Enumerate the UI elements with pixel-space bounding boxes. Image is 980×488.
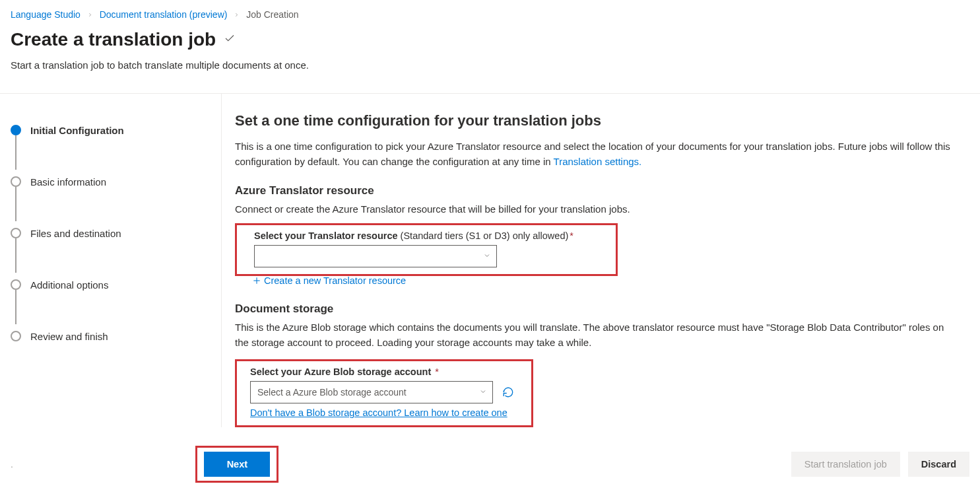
step-dot-icon (11, 331, 21, 341)
step-connector (15, 187, 16, 221)
storage-description: This is the Azure Blob storage which con… (235, 320, 948, 351)
step-connector (15, 135, 16, 170)
link-text: Create a new Translator resource (264, 275, 406, 286)
step-basic-information[interactable]: Basic information (11, 169, 211, 194)
learn-create-storage-link[interactable]: Don't have a Blob storage account? Learn… (250, 407, 507, 418)
step-review-and-finish[interactable]: Review and finish (11, 324, 211, 349)
chevron-right-icon (87, 9, 93, 20)
required-asterisk: * (570, 230, 573, 241)
storage-heading: Document storage (235, 302, 967, 316)
translator-heading: Azure Translator resource (235, 184, 967, 197)
chevron-right-icon (234, 9, 240, 20)
breadcrumb-link-document-translation[interactable]: Document translation (preview) (100, 9, 228, 20)
step-label: Initial Configuration (30, 125, 124, 136)
section-description: This is a one time configuration to pick… (235, 139, 967, 170)
wizard-stepper: Initial Configuration Basic information … (0, 94, 221, 427)
next-button-highlight: Next (195, 446, 278, 483)
translation-settings-link[interactable]: Translation settings. (554, 156, 642, 167)
page-title: Create a translation job (11, 29, 216, 50)
required-asterisk: * (432, 366, 439, 377)
start-translation-job-button: Start translation job (791, 452, 900, 477)
dot: . (11, 459, 13, 470)
breadcrumb: Language Studio Document translation (pr… (0, 0, 980, 26)
main-content: Set a one time configuration for your tr… (221, 94, 980, 427)
storage-account-field-group: Select your Azure Blob storage account *… (235, 359, 533, 427)
step-dot-icon (11, 125, 21, 135)
chevron-down-icon (483, 251, 491, 261)
step-label: Files and destination (30, 228, 121, 239)
step-files-and-destination[interactable]: Files and destination (11, 221, 211, 246)
translator-field-label: Select your Translator resource (Standar… (254, 230, 609, 241)
section-title: Set a one time configuration for your tr… (235, 112, 967, 129)
step-label: Additional options (30, 279, 108, 291)
storage-field-label: Select your Azure Blob storage account * (250, 366, 525, 377)
step-label: Review and finish (30, 331, 108, 342)
wizard-footer: . Next Start translation job Discard (0, 446, 980, 483)
refresh-icon (502, 386, 514, 398)
checkmark-icon (224, 32, 236, 47)
page-header: Create a translation job Start a transla… (0, 26, 980, 81)
plus-icon (252, 276, 261, 285)
step-dot-icon (11, 279, 21, 290)
discard-button[interactable]: Discard (908, 452, 969, 477)
translator-resource-select[interactable] (254, 245, 497, 267)
create-translator-resource-link[interactable]: Create a new Translator resource (252, 275, 406, 286)
translator-description: Connect or create the Azure Translator r… (235, 201, 967, 217)
breadcrumb-link-language-studio[interactable]: Language Studio (11, 9, 81, 20)
step-dot-icon (11, 228, 21, 238)
refresh-button[interactable] (502, 386, 514, 398)
chevron-down-icon (479, 387, 487, 398)
label-rest: (Standard tiers (S1 or D3) only allowed) (398, 230, 569, 241)
storage-account-select[interactable]: Select a Azure Blob storage account (250, 381, 493, 403)
step-label: Basic information (30, 176, 106, 188)
next-button[interactable]: Next (204, 452, 270, 477)
page-subtitle: Start a translation job to batch transla… (11, 59, 969, 71)
step-connector (15, 238, 16, 273)
step-connector (15, 290, 16, 324)
step-additional-options[interactable]: Additional options (11, 272, 211, 297)
step-dot-icon (11, 176, 21, 187)
select-placeholder: Select a Azure Blob storage account (257, 387, 407, 398)
translator-resource-field-group: Select your Translator resource (Standar… (235, 223, 618, 276)
label-bold: Select your Azure Blob storage account (250, 366, 431, 377)
label-bold: Select your Translator resource (254, 230, 398, 241)
breadcrumb-current: Job Creation (246, 9, 298, 20)
step-initial-configuration[interactable]: Initial Configuration (11, 118, 211, 143)
